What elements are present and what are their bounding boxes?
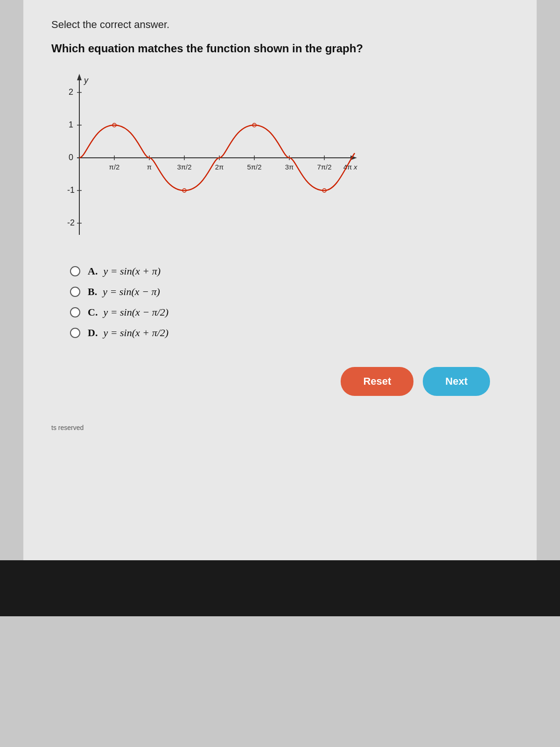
option-a-text: y = sin(x + π) (103, 265, 161, 277)
svg-text:3π/2: 3π/2 (177, 163, 191, 171)
options-container: A. y = sin(x + π) B. y = sin(x − π) C. y… (70, 265, 509, 339)
option-a[interactable]: A. y = sin(x + π) (70, 265, 509, 277)
svg-text:0: 0 (69, 153, 73, 162)
svg-text:π/2: π/2 (109, 163, 120, 171)
bottom-bar (0, 560, 560, 616)
svg-text:7π/2: 7π/2 (317, 163, 331, 171)
svg-text:π: π (147, 163, 152, 171)
radio-c[interactable] (70, 307, 80, 317)
svg-text:y: y (83, 76, 89, 85)
radio-d[interactable] (70, 328, 80, 338)
option-c[interactable]: C. y = sin(x − π/2) (70, 306, 509, 318)
svg-text:3π: 3π (285, 163, 294, 171)
radio-a[interactable] (70, 266, 80, 276)
svg-text:2: 2 (69, 87, 73, 97)
buttons-row: Reset Next (51, 367, 509, 396)
radio-b[interactable] (70, 287, 80, 297)
option-b[interactable]: B. y = sin(x − π) (70, 286, 509, 298)
graph-container: 2 y 1 0 -1 -2 π/2 π 3π/2 2 (51, 69, 369, 247)
svg-text:-2: -2 (67, 218, 75, 227)
option-d-text: y = sin(x + π/2) (103, 327, 168, 339)
option-d[interactable]: D. y = sin(x + π/2) (70, 327, 509, 339)
svg-text:x: x (353, 163, 357, 171)
option-b-label: B. (88, 286, 97, 298)
option-b-text: y = sin(x − π) (103, 286, 160, 298)
reset-button[interactable]: Reset (341, 367, 413, 396)
instruction-text: Select the correct answer. (51, 19, 509, 31)
option-d-label: D. (88, 327, 98, 339)
svg-text:-1: -1 (67, 185, 75, 195)
svg-text:5π/2: 5π/2 (247, 163, 261, 171)
option-c-label: C. (88, 306, 98, 318)
graph-svg: 2 y 1 0 -1 -2 π/2 π 3π/2 2 (51, 69, 369, 247)
option-c-text: y = sin(x − π/2) (103, 306, 168, 318)
question-text: Which equation matches the function show… (51, 42, 509, 55)
svg-text:2π: 2π (215, 163, 224, 171)
svg-text:1: 1 (69, 120, 73, 129)
next-button[interactable]: Next (423, 367, 490, 396)
svg-marker-1 (77, 74, 82, 80)
footer-text: ts reserved (51, 424, 509, 431)
option-a-label: A. (88, 265, 98, 277)
